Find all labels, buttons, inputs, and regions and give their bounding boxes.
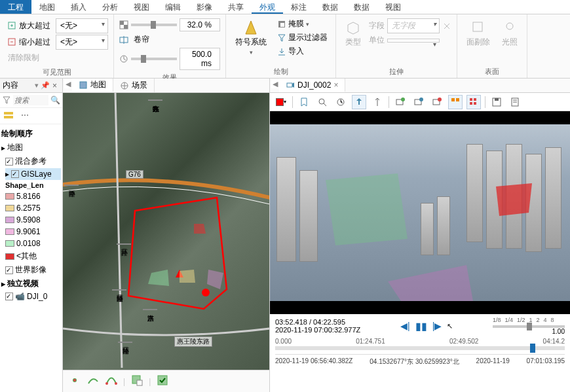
tab-project[interactable]: 工程 — [0, 0, 31, 14]
zoom-in-combo[interactable]: <无> — [56, 18, 108, 33]
group-faces: 面剔除 光照 表面 — [457, 14, 527, 78]
group-drawing: 符号系统 ▾ 掩膜▾ 显示过滤器 导入 绘制 — [226, 14, 336, 78]
speed-slider[interactable] — [493, 325, 565, 328]
tab-view2[interactable]: 视图 — [377, 0, 409, 14]
zoom-in-beyond-button[interactable]: 放大超过 — [5, 19, 53, 33]
svg-rect-46 — [495, 98, 499, 101]
edit-arc-button[interactable] — [105, 374, 118, 389]
pin-icon[interactable]: ▾ 📌 — [35, 81, 50, 90]
follow-button[interactable] — [333, 95, 348, 109]
video-view[interactable] — [270, 111, 570, 314]
edit-point-button[interactable] — [68, 374, 81, 389]
toc-value-row[interactable]: 0.0108 — [5, 238, 61, 249]
lighting-button: 光照 — [498, 17, 522, 50]
video-tab[interactable]: DJI_0002 × — [279, 79, 345, 92]
toc-map-node[interactable]: ▸ 地图 — [1, 141, 61, 154]
toc-value-row[interactable]: 9.9061 — [5, 226, 61, 238]
search-icon[interactable]: 🔍 — [50, 96, 60, 105]
toc-mixed-ref[interactable]: 混合参考 — [5, 154, 61, 168]
zoom-out-icon — [8, 38, 17, 47]
map-tab[interactable]: 地图 — [72, 79, 113, 92]
lighting-icon — [502, 20, 518, 35]
flicker-value[interactable]: 500.0 ms — [180, 48, 220, 70]
tab-analysis[interactable]: 分析 — [94, 0, 126, 14]
metadata-button[interactable] — [448, 95, 463, 109]
edit-finish-button[interactable] — [156, 374, 169, 389]
save-button[interactable] — [489, 95, 504, 109]
toc-video-dji[interactable]: 📹DJI_0 — [5, 291, 61, 302]
export-frame-button[interactable] — [393, 95, 408, 109]
toc-more-icon[interactable]: ⋯ — [21, 111, 29, 121]
video-timeline[interactable] — [275, 346, 565, 350]
color-picker-button[interactable]: ▾ — [274, 95, 288, 109]
sync-button[interactable] — [352, 95, 366, 109]
tab-share[interactable]: 共享 — [220, 0, 252, 14]
svg-rect-10 — [473, 22, 482, 31]
toc-world-imagery[interactable]: 世界影像 — [5, 263, 61, 277]
checkbox-world[interactable] — [5, 266, 13, 274]
show-filters-button[interactable]: 显示过滤器 — [275, 31, 330, 45]
tab-appearance[interactable]: 外观 — [252, 0, 283, 14]
swatch — [5, 253, 14, 260]
contents-close-icon[interactable]: × — [50, 81, 60, 90]
checkbox-mixed[interactable] — [5, 158, 13, 166]
scene-tab[interactable]: 场景 — [113, 79, 155, 92]
mask-button[interactable]: 掩膜▾ — [275, 17, 330, 31]
tab-map[interactable]: 地图 — [31, 0, 63, 14]
tab-view[interactable]: 视图 — [126, 0, 157, 14]
symbology-button[interactable]: 符号系统 ▾ — [231, 17, 271, 58]
toc-value-row[interactable]: 9.5908 — [5, 214, 61, 226]
tab-imagery[interactable]: 影像 — [189, 0, 220, 14]
video-toolbar: ▾ — [270, 93, 570, 111]
import-button[interactable]: 导入 — [275, 45, 330, 58]
checkbox-gis[interactable] — [11, 170, 19, 178]
tab-label[interactable]: 标注 — [283, 0, 314, 14]
pause-button[interactable]: ▮▮ — [415, 320, 427, 332]
tab-prev-icon[interactable]: ◀ — [271, 80, 279, 88]
bookmark-button[interactable] — [297, 95, 311, 109]
toc-gis-layer[interactable]: ▸GISLaye — [5, 168, 61, 180]
tab-data2[interactable]: 数据 — [346, 0, 377, 14]
total-time: 04:22.595 — [313, 318, 345, 326]
properties-button[interactable] — [508, 95, 522, 109]
edit-trace-button[interactable] — [130, 374, 143, 389]
swipe-button[interactable]: 卷帘 — [131, 33, 152, 46]
zoom-to-button[interactable] — [315, 95, 330, 109]
flicker-slider[interactable] — [131, 58, 177, 60]
group-label-drawing: 绘制 — [231, 67, 330, 77]
edit-line-button[interactable] — [86, 374, 100, 389]
zoom-out-beyond-button[interactable]: 缩小超过 — [5, 35, 53, 49]
list-by-drawing-icon[interactable] — [3, 111, 16, 121]
toc-standalone-video[interactable]: ▸ 独立视频 — [1, 277, 61, 291]
search-input[interactable] — [13, 95, 48, 105]
svg-marker-20 — [148, 270, 169, 286]
north-button[interactable] — [370, 95, 385, 109]
grid-button[interactable] — [466, 95, 481, 109]
filter-toc-icon[interactable] — [2, 96, 11, 105]
toc-value-row[interactable]: 5.8166 — [5, 190, 61, 202]
tab-data[interactable]: 数据 — [314, 0, 346, 14]
tab-insert[interactable]: 插入 — [63, 0, 94, 14]
map-view[interactable]: G76 东虹路东虹路 二环路 二环路辅道 东洪路 惠王陵东路 中环路 二环路辅 — [63, 93, 269, 370]
tab-edit[interactable]: 编辑 — [157, 0, 189, 14]
clear-limits-button[interactable]: 清除限制 — [5, 51, 42, 65]
close-tab-icon[interactable]: × — [333, 80, 338, 90]
transparency-slider[interactable] — [131, 24, 177, 26]
step-back-button[interactable]: ◀| — [400, 321, 410, 331]
toc-value-row[interactable]: <其他 — [5, 249, 61, 263]
record-button[interactable] — [430, 95, 444, 109]
svg-rect-12 — [4, 112, 13, 115]
coords: 04.1532677°东 30.6259923°北 — [370, 357, 459, 366]
transparency-value[interactable]: 32.0 % — [180, 18, 220, 31]
step-forward-button[interactable]: |▶ — [432, 321, 442, 331]
frame-timestamp: 2020-11-19 07:00:32.977Z — [275, 326, 360, 334]
tab-prev-icon[interactable]: ◀ — [64, 80, 72, 88]
svg-point-11 — [506, 23, 513, 29]
group-effects: 32.0 % 卷帘 500.0 ms 效果 — [114, 14, 226, 78]
extrusion-type-button[interactable]: 类型 — [341, 17, 365, 50]
zoom-out-combo[interactable]: <无> — [56, 35, 108, 50]
dropdown-icon: ▾ — [250, 49, 253, 56]
toc-value-row[interactable]: 6.2575 — [5, 202, 61, 214]
capture-button[interactable] — [411, 95, 426, 109]
checkbox-dji[interactable] — [5, 293, 13, 300]
